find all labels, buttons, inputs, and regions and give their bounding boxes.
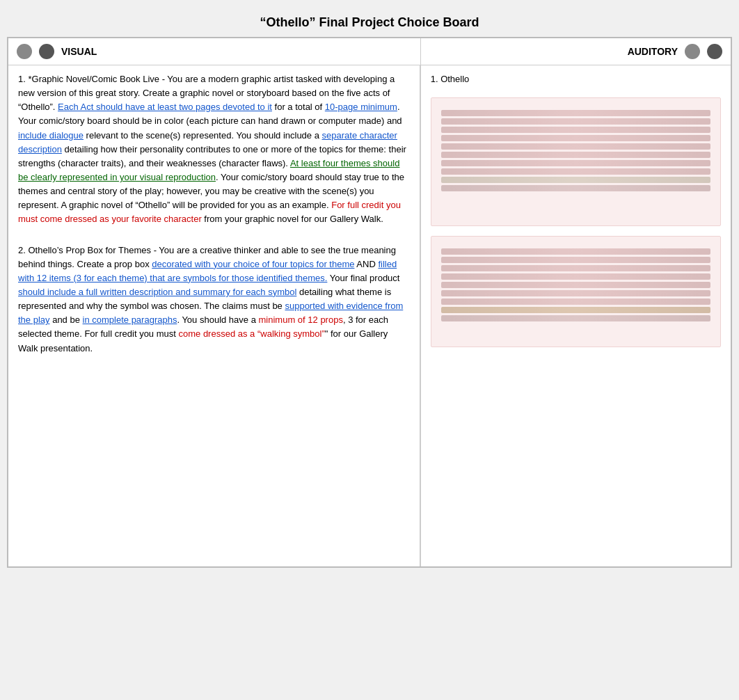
visual-icon-1: [17, 44, 32, 59]
page-wrapper: “Othello” Final Project Choice Board VIS…: [0, 0, 739, 700]
auditory-icon-2: [707, 44, 722, 59]
visual-icon-2: [39, 44, 54, 59]
auditory-label: AUDITORY: [628, 46, 678, 57]
visual-item-2-text: 2. Othello’s Prop Box for Themes - You a…: [18, 244, 410, 356]
visual-label: VISUAL: [61, 46, 97, 57]
header-row: VISUAL AUDITORY: [8, 38, 731, 65]
walking-symbol-highlight: come dressed as a “walking symbol”: [178, 328, 324, 339]
full-written-highlight: should include a full written descriptio…: [18, 287, 296, 297]
page-title: “Othello” Final Project Choice Board: [7, 7, 732, 37]
decorated-highlight: decorated with your choice of four topic…: [152, 259, 354, 269]
auditory-item-1-label: 1. Othello: [431, 72, 721, 86]
include-dialogue-highlight: include dialogue: [18, 130, 84, 141]
auditory-header: AUDITORY: [420, 38, 731, 65]
auditory-blurred-block-2: [431, 236, 721, 347]
content-row: 1. *Graphic Novel/Comic Book Live - You …: [8, 65, 731, 566]
item-number-1: 1.: [18, 74, 28, 84]
supported-highlight: supported with evidence from the play: [18, 301, 403, 325]
visual-header: VISUAL: [8, 38, 420, 65]
visual-item-1: 1. *Graphic Novel/Comic Book Live - You …: [18, 72, 410, 227]
visual-column: 1. *Graphic Novel/Comic Book Live - You …: [8, 65, 420, 566]
auditory-number-1: 1.: [431, 74, 440, 84]
visual-item-2: 2. Othello’s Prop Box for Themes - You a…: [18, 244, 410, 356]
each-act-highlight: Each Act should have at least two pages …: [58, 102, 272, 112]
main-content-area: VISUAL AUDITORY 1. *Graphic Novel/Comic …: [7, 37, 732, 568]
auditory-icon-1: [685, 44, 700, 59]
visual-item-1-text: 1. *Graphic Novel/Comic Book Live - You …: [18, 72, 410, 227]
full-credit-highlight: For full credit you must come dressed as…: [18, 200, 401, 224]
complete-paragraphs-highlight: in complete paragraphs: [83, 315, 177, 325]
ten-page-highlight: 10-page minimum: [325, 102, 397, 112]
auditory-column: 1. Othello: [420, 65, 731, 566]
auditory-blurred-block-1: [431, 97, 721, 226]
auditory-item-1: 1. Othello: [431, 72, 721, 86]
four-themes-highlight: At least four themes should be clearly r…: [18, 158, 399, 182]
item-number-2: 2.: [18, 245, 28, 255]
minimum-12-highlight: minimum of 12 props: [259, 315, 343, 325]
